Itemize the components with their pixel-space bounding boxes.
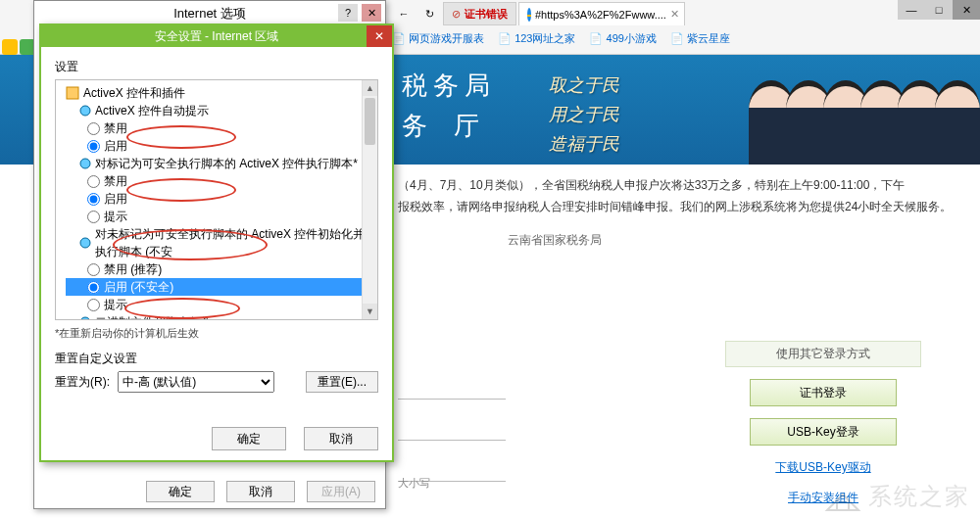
dialog-help-icon[interactable]: ? <box>338 4 358 22</box>
fav-link[interactable]: 📄 499小游戏 <box>589 31 656 46</box>
tree-group: ActiveX 控件自动提示 <box>66 102 371 119</box>
dialog-close-icon[interactable]: ✕ <box>367 25 392 47</box>
tab-cert-error[interactable]: ⊘ 证书错误 <box>443 2 516 25</box>
tree-group: 二进制文件和脚本行为 <box>66 313 371 320</box>
settings-tree: ActiveX 控件和插件 ActiveX 控件自动提示 禁用 启用 对标记为可… <box>55 79 378 320</box>
cancel-button[interactable]: 取消 <box>226 481 295 502</box>
nav-refresh[interactable]: ↻ <box>417 2 441 25</box>
radio-option[interactable]: 启用 <box>66 190 371 208</box>
radio-option-selected[interactable]: 启用 (不安全) <box>66 278 371 296</box>
radio-option[interactable]: 禁用 <box>66 119 371 137</box>
cancel-button[interactable]: 取消 <box>304 427 378 450</box>
ok-button[interactable]: 确定 <box>146 481 215 502</box>
svg-point-1 <box>80 106 90 116</box>
scroll-down-icon[interactable]: ▼ <box>363 304 377 319</box>
tab-close-icon[interactable]: ✕ <box>670 8 679 21</box>
download-driver-link[interactable]: 下载USB-Key驱动 <box>725 459 921 476</box>
banner-slogan: 取之于民 用之于民 造福于民 <box>549 71 619 159</box>
tree-group: 对未标记为可安全执行脚本的 ActiveX 控件初始化并执行脚本 (不安 <box>66 225 371 260</box>
radio-option[interactable]: 禁用 <box>66 172 371 190</box>
radio-option[interactable]: 提示 <box>66 296 371 313</box>
panel-heading: 使用其它登录方式 <box>725 341 921 367</box>
apply-button[interactable]: 应用(A) <box>307 481 375 502</box>
tree-group: ActiveX 控件和插件 <box>66 84 371 102</box>
watermark-icon <box>823 481 862 512</box>
reset-level-select[interactable]: 中-高 (默认值) <box>118 371 274 393</box>
tree-group: 对标记为可安全执行脚本的 ActiveX 控件执行脚本* <box>66 155 371 172</box>
banner-title-1: 税务局 <box>402 69 496 103</box>
banner-title-2: 务 厅 <box>402 109 496 143</box>
scroll-thumb[interactable] <box>365 98 375 145</box>
fav-link[interactable]: 📄 紫云星座 <box>670 31 730 46</box>
caps-hint: 大小写 <box>398 476 430 491</box>
window-close[interactable]: ✕ <box>953 0 980 20</box>
svg-point-3 <box>80 238 90 248</box>
window-maximize[interactable]: □ <box>925 0 953 20</box>
svg-point-2 <box>80 159 90 168</box>
app-icon[interactable] <box>2 39 18 55</box>
ok-button[interactable]: 确定 <box>212 427 286 450</box>
svg-point-4 <box>80 317 90 320</box>
reset-button[interactable]: 重置(E)... <box>306 371 378 393</box>
banner-people <box>757 55 980 165</box>
settings-label: 设置 <box>55 59 378 75</box>
radio-option[interactable]: 禁用 (推荐) <box>66 260 371 278</box>
dialog-close-icon[interactable]: ✕ <box>362 4 381 22</box>
svg-rect-0 <box>67 87 78 99</box>
fav-link[interactable]: 📄 网页游戏开服表 <box>392 31 484 46</box>
usbkey-login-button[interactable]: USB-Key登录 <box>750 418 897 446</box>
reset-label: 重置自定义设置 <box>55 351 378 367</box>
scrollbar[interactable]: ▲ ▼ <box>362 80 377 319</box>
reset-to-label: 重置为(R): <box>55 374 110 391</box>
input-line[interactable] <box>398 417 506 441</box>
scroll-up-icon[interactable]: ▲ <box>363 80 377 96</box>
ie-icon <box>527 8 531 22</box>
security-settings-dialog: 安全设置 - Internet 区域 ✕ 设置 ActiveX 控件和插件 Ac… <box>39 24 394 462</box>
cert-login-button[interactable]: 证书登录 <box>750 379 897 406</box>
login-form <box>398 358 506 482</box>
radio-option[interactable]: 提示 <box>66 208 371 225</box>
tab-current[interactable]: #https%3A%2F%2Fwww.... ✕ <box>518 2 685 25</box>
dialog-title: 安全设置 - Internet 区域 ✕ <box>41 25 392 47</box>
cert-error-icon: ⊘ <box>452 8 461 21</box>
fav-link[interactable]: 📄 123网址之家 <box>498 31 575 46</box>
restart-note: *在重新启动你的计算机后生效 <box>55 326 378 341</box>
org-signature: 云南省国家税务局 <box>398 229 711 251</box>
input-line[interactable] <box>398 376 506 400</box>
radio-option[interactable]: 启用 <box>66 137 371 155</box>
window-minimize[interactable]: — <box>898 0 925 20</box>
watermark: 系统之家 <box>823 481 970 512</box>
nav-back[interactable]: ← <box>392 2 416 25</box>
